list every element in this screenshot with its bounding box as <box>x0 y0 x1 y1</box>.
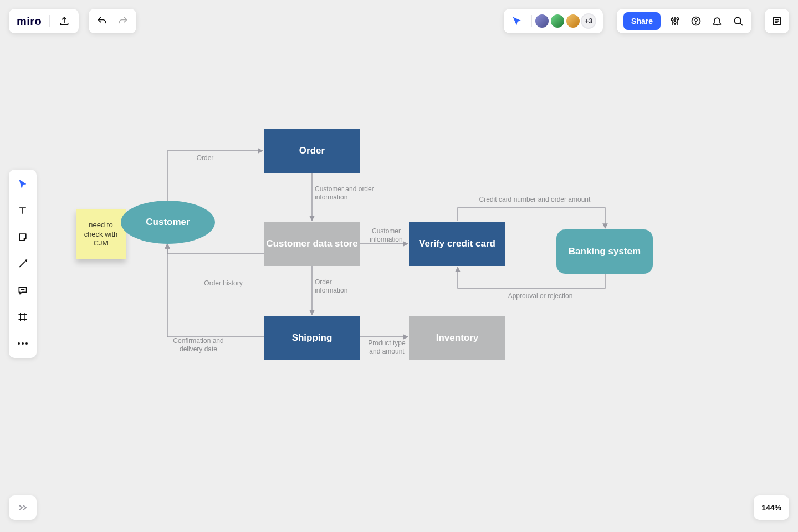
sticky-note-text: need to check with CJM <box>81 221 120 249</box>
node-customer-data-store[interactable]: Customer data store <box>264 222 360 266</box>
edge-label: Order <box>188 154 222 162</box>
node-shipping[interactable]: Shipping <box>264 316 360 360</box>
edge-label: Credit card number and order amount <box>460 196 610 204</box>
edge-label: Order information <box>315 278 370 295</box>
edge-label: Confirmation and delivery date <box>154 337 243 354</box>
node-label: Shipping <box>292 332 332 344</box>
node-label: Banking system <box>569 246 641 257</box>
edge-label: Approuval or rejection <box>482 292 598 300</box>
node-banking-system[interactable]: Banking system <box>556 229 653 274</box>
sticky-note[interactable]: need to check with CJM <box>76 209 126 259</box>
edge-label: Order history <box>190 279 257 288</box>
edge-label: Customer and order information <box>315 185 387 202</box>
node-label: Verify credit card <box>419 238 495 249</box>
node-label: Customer data store <box>266 238 357 249</box>
node-order[interactable]: Order <box>264 129 360 173</box>
node-verify-credit-card[interactable]: Verify credit card <box>409 222 505 266</box>
edge-label: Customer information <box>361 227 411 244</box>
node-inventory[interactable]: Inventory <box>409 316 505 360</box>
canvas[interactable]: need to check with CJM Customer Order Cu… <box>0 0 798 532</box>
node-label: Order <box>299 145 325 156</box>
edge-label: Product type and amount <box>359 339 415 356</box>
node-label: Customer <box>146 217 190 228</box>
node-label: Inventory <box>436 332 479 344</box>
node-customer[interactable]: Customer <box>121 201 215 244</box>
